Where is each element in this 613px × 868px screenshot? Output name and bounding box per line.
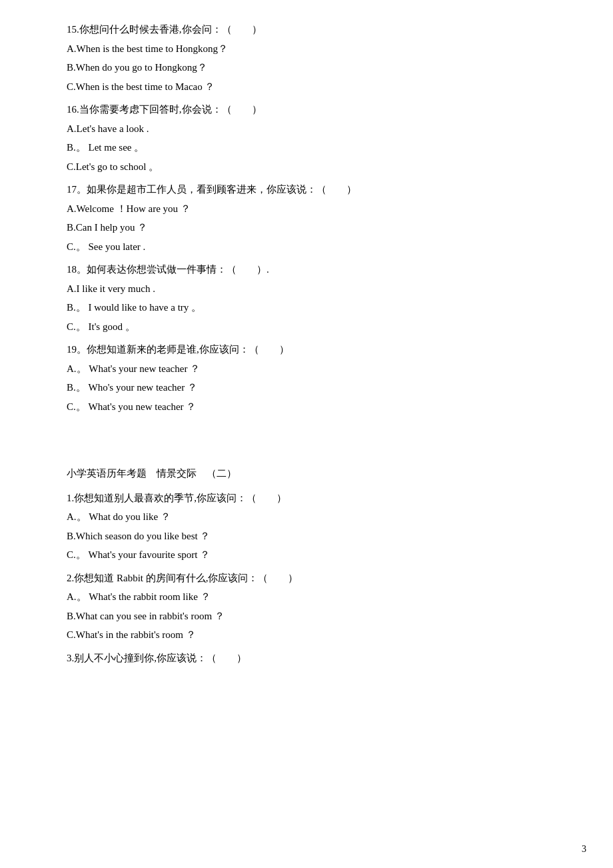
question-18-option-b: B.。 I would like to have a try 。 xyxy=(67,298,553,317)
question-18: 18。如何表达你想尝试做一件事情：（ ）. A.I like it very m… xyxy=(67,260,553,336)
question-17-option-c: C.。 See you later . xyxy=(67,237,553,257)
section2-question-1-option-a: A.。 What do you like ？ xyxy=(67,507,553,527)
section2-question-2-option-a: A.。 What's the rabbit room like ？ xyxy=(67,587,553,607)
section2-question-3: 3.别人不小心撞到你,你应该说：（ ） xyxy=(67,649,553,668)
section2-question-2-option-b: B.What can you see in rabbit's room ？ xyxy=(67,607,553,626)
question-17-option-a: A.Welcome ！How are you ？ xyxy=(67,199,553,219)
section2-question-1: 1.你想知道别人最喜欢的季节,你应该问：（ ） A.。 What do you … xyxy=(67,489,553,565)
question-18-option-a: A.I like it very much . xyxy=(67,279,553,299)
question-15: 15.你想问什么时候去香港,你会问：（ ） A.When is the best… xyxy=(67,20,553,96)
section2-question-1-option-c: C.。 What's your favourite sport ？ xyxy=(67,545,553,565)
question-15-option-c: C.When is the best time to Macao ？ xyxy=(67,77,553,97)
question-15-title: 15.你想问什么时候去香港,你会问：（ ） xyxy=(67,20,553,39)
section2-question-1-title: 1.你想知道别人最喜欢的季节,你应该问：（ ） xyxy=(67,489,553,508)
section2-header: 小学英语历年考题 情景交际 （二） xyxy=(67,464,553,483)
question-15-option-a: A.When is the best time to Hongkong？ xyxy=(67,39,553,59)
question-19-option-c: C.。 What's you new teacher ？ xyxy=(67,397,553,417)
page-number: 3 xyxy=(582,844,586,855)
section2-question-1-option-b: B.Which season do you like best ？ xyxy=(67,527,553,546)
question-15-option-b: B.When do you go to Hongkong？ xyxy=(67,58,553,77)
question-19-option-a: A.。 What's your new teacher ？ xyxy=(67,359,553,379)
question-16-option-b: B.。 Let me see 。 xyxy=(67,138,553,157)
question-19-option-b: B.。 Who's your new teacher ？ xyxy=(67,378,553,397)
question-16-title: 16.当你需要考虑下回答时,你会说：（ ） xyxy=(67,100,553,119)
question-19-title: 19。你想知道新来的老师是谁,你应该问：（ ） xyxy=(67,340,553,359)
question-19: 19。你想知道新来的老师是谁,你应该问：（ ） A.。 What's your … xyxy=(67,340,553,416)
question-16-option-c: C.Let's go to school 。 xyxy=(67,157,553,177)
section2-question-3-title: 3.别人不小心撞到你,你应该说：（ ） xyxy=(67,649,553,668)
question-16-option-a: A.Let's have a look . xyxy=(67,119,553,139)
question-17-title: 17。如果你是超市工作人员，看到顾客进来，你应该说：（ ） xyxy=(67,180,553,199)
section2-question-2-title: 2.你想知道 Rabbit 的房间有什么,你应该问：（ ） xyxy=(67,569,553,588)
question-16: 16.当你需要考虑下回答时,你会说：（ ） A.Let's have a loo… xyxy=(67,100,553,176)
section2-question-2: 2.你想知道 Rabbit 的房间有什么,你应该问：（ ） A.。 What's… xyxy=(67,569,553,645)
question-17-option-b: B.Can I help you ？ xyxy=(67,218,553,237)
question-17: 17。如果你是超市工作人员，看到顾客进来，你应该说：（ ） A.Welcome … xyxy=(67,180,553,256)
question-18-option-c: C.。 It's good 。 xyxy=(67,317,553,337)
question-18-title: 18。如何表达你想尝试做一件事情：（ ）. xyxy=(67,260,553,279)
main-content: 15.你想问什么时候去香港,你会问：（ ） A.When is the best… xyxy=(67,20,553,667)
section2-question-2-option-c: C.What's in the rabbit's room ？ xyxy=(67,625,553,645)
